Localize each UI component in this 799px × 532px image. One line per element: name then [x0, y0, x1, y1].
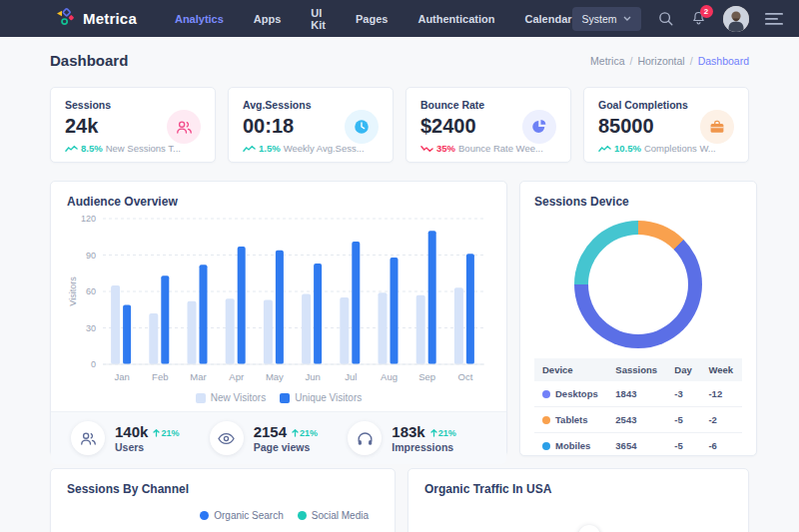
sessions-by-channel-title: Sessions By Channel [67, 482, 379, 496]
stat-trend-pct: 35% [436, 143, 455, 154]
main-nav: AnalyticsAppsUI KitPagesAuthenticationCa… [175, 7, 572, 31]
stat-trend-pct: 10.5% [614, 143, 641, 154]
stat-trend: 8.5%New Sessions T... [65, 143, 201, 154]
app-root: Metrica AnalyticsAppsUI KitPagesAuthenti… [0, 0, 799, 532]
legend-label: Organic Search [214, 510, 283, 521]
breadcrumb: Metrica/Horizontal/Dashboard [590, 55, 749, 67]
map-zoom-in-button[interactable]: + [578, 525, 600, 532]
device-week: -2 [700, 407, 742, 433]
svg-text:0: 0 [91, 359, 96, 369]
nav-item-authentication[interactable]: Authentication [417, 13, 494, 25]
stat-trend: 1.5%Weekly Avg.Sess... [243, 143, 379, 154]
audience-overview-title: Audience Overview [67, 195, 490, 209]
device-dot-icon [542, 442, 550, 450]
breadcrumb-item-metrica[interactable]: Metrica [590, 55, 624, 67]
device-col-week: Week [700, 358, 742, 381]
stat-card-bounce-rate: Bounce Rate$240035%Bounce Rate Wee... [405, 87, 571, 163]
nav-item-pages[interactable]: Pages [356, 13, 388, 25]
legend-label: Unique Visitors [295, 392, 362, 403]
metrica-logo-icon [56, 7, 76, 31]
legend-dot [200, 511, 209, 520]
stat-trend-label: Bounce Rate Wee... [458, 143, 543, 154]
sessions-device-donut [574, 221, 702, 348]
sessions-device-title: Sessions Device [534, 195, 742, 209]
organic-traffic-title: Organic Traffic In USA [424, 482, 732, 496]
nav-item-calendar[interactable]: Calendar [524, 13, 571, 25]
svg-text:Sep: Sep [418, 371, 435, 382]
device-table: DeviceSassionsDayWeek Desktops1843-3-12T… [534, 358, 742, 458]
legend-item-social-media[interactable]: Social Media [298, 510, 369, 521]
stat-card-sessions: Sessions24k8.5%New Sessions T... [50, 87, 216, 163]
device-week: -6 [700, 433, 742, 459]
device-dot-icon [542, 416, 550, 424]
stat-trend-label: Weekly Avg.Sess... [284, 143, 365, 154]
device-week: -12 [700, 381, 742, 407]
main-row: Audience Overview 0306090120VisitorsJanF… [50, 181, 749, 456]
page-content: Dashboard Metrica/Horizontal/Dashboard S… [0, 37, 799, 532]
svg-text:Jul: Jul [345, 371, 357, 382]
nav-item-analytics[interactable]: Analytics [175, 13, 224, 25]
audience-stat-value: 2154 [254, 423, 287, 440]
legend-item-unique-visitors[interactable]: Unique Visitors [280, 392, 362, 403]
brand-name: Metrica [83, 10, 137, 27]
audience-chart-legend: New VisitorsUnique Visitors [67, 392, 490, 403]
stat-trend: 35%Bounce Rate Wee... [420, 143, 556, 154]
users-icon [167, 110, 201, 144]
audience-stat-users: 140k 21%Users [71, 421, 210, 455]
audience-stat-label: Page views [254, 441, 318, 453]
breadcrumb-item-horizontal[interactable]: Horizontal [637, 55, 684, 67]
channel-chart-legend: Organic SearchSocial Media [67, 510, 369, 521]
pie-chart-icon [522, 110, 556, 144]
notification-badge: 2 [700, 5, 713, 18]
brand-logo[interactable]: Metrica [56, 7, 137, 31]
search-icon [657, 10, 674, 27]
legend-item-organic-search[interactable]: Organic Search [200, 510, 283, 521]
stat-card-goal-completions: Goal Completions8500010.5%Completions W.… [583, 87, 749, 163]
device-sessions: 1843 [607, 381, 666, 407]
audience-stat-page-views: 2154 21%Page views [210, 421, 349, 455]
legend-item-new-visitors[interactable]: New Visitors [196, 392, 266, 403]
svg-text:Oct: Oct [458, 371, 473, 382]
stat-trend-pct: 1.5% [259, 143, 281, 154]
clock-icon [345, 110, 379, 144]
audience-stat-pct: 21% [430, 428, 456, 438]
search-button[interactable] [657, 10, 674, 27]
menu-toggle-button[interactable] [765, 12, 783, 26]
briefcase-icon [700, 110, 734, 144]
trend-up-icon [243, 145, 256, 153]
audience-stat-pct: 21% [292, 428, 318, 438]
audience-stat-pct: 21% [153, 428, 179, 438]
notifications-button[interactable]: 2 [690, 10, 707, 27]
stat-trend-label: Completions W... [644, 143, 716, 154]
audience-stat-value: 183k [392, 423, 424, 440]
hamburger-icon [765, 12, 783, 26]
system-dropdown[interactable]: System [572, 7, 641, 31]
legend-label: Social Media [312, 510, 369, 521]
svg-text:30: 30 [86, 323, 96, 333]
organic-traffic-card: Organic Traffic In USA + [407, 468, 749, 532]
headphones-icon [348, 421, 382, 455]
audience-stat-label: Impressions [392, 441, 455, 453]
audience-stat-value: 140k [115, 423, 148, 440]
user-avatar[interactable] [723, 6, 749, 32]
trend-up-icon [65, 145, 78, 153]
page-header: Dashboard Metrica/Horizontal/Dashboard [50, 52, 749, 69]
sessions-device-chart [534, 221, 742, 348]
breadcrumb-item-dashboard[interactable]: Dashboard [698, 55, 749, 67]
stat-trend: 10.5%Completions W... [598, 143, 734, 154]
nav-item-ui-kit[interactable]: UI Kit [311, 7, 326, 31]
nav-item-apps[interactable]: Apps [254, 13, 282, 25]
bar-chart-svg: 0306090120VisitorsJanFebMarAprMayJunJulA… [67, 209, 490, 386]
device-day: -3 [666, 381, 700, 407]
legend-swatch [196, 393, 206, 403]
svg-text:Feb: Feb [152, 371, 168, 382]
page-title: Dashboard [50, 52, 128, 69]
usa-map: + [408, 503, 748, 532]
audience-stat-label: Users [115, 441, 179, 453]
avatar-image [723, 6, 749, 32]
sessions-device-card: Sessions Device DeviceSassionsDayWeek De… [519, 181, 757, 456]
system-dropdown-label: System [582, 13, 617, 25]
device-sessions: 2543 [607, 407, 666, 433]
legend-label: New Visitors [211, 392, 266, 403]
svg-text:Apr: Apr [229, 371, 244, 382]
